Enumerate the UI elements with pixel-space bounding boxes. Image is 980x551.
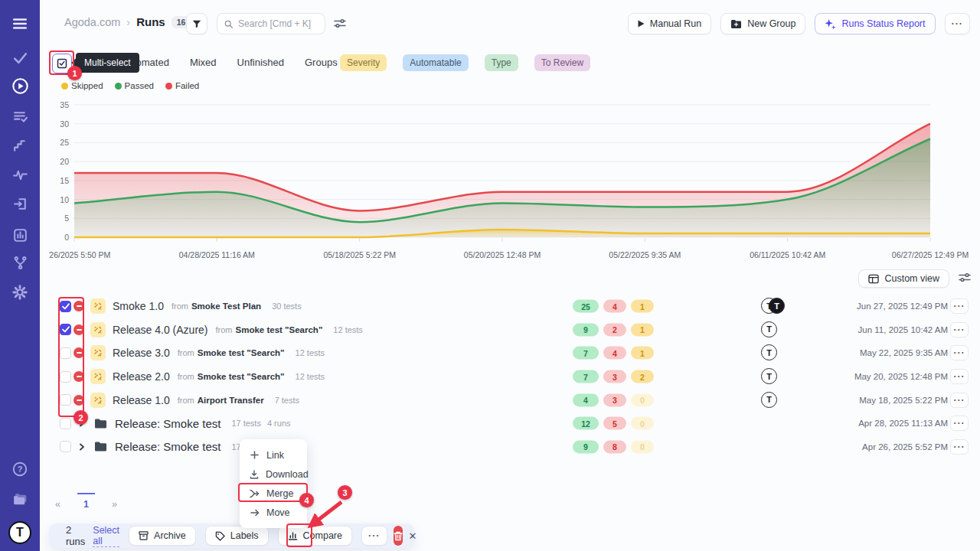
search-input[interactable] [238,18,318,29]
run-source[interactable]: Smoke test "Search" [236,325,323,334]
row-checkbox[interactable] [60,301,71,312]
row-checkbox[interactable] [60,347,71,359]
run-row[interactable]: Smoke 1.0fromSmoke Test Plan30 tests2541… [49,295,980,318]
close-action-bar-button[interactable]: ✕ [403,527,423,545]
context-menu-item-download[interactable]: Download [240,465,307,484]
pagination-next[interactable]: » [106,493,123,510]
breadcrumb-project[interactable]: Agoda.com [64,16,120,28]
new-group-button[interactable]: New Group [720,13,805,34]
run-row[interactable]: Release 2.0fromSmoke test "Search"12 tes… [49,365,980,389]
group-title[interactable]: Release: Smoke test [115,440,220,453]
filter-tab-mixed[interactable]: Mixed [190,57,217,68]
run-source[interactable]: Smoke Test Plan [191,302,261,311]
row-checkbox[interactable] [60,324,71,335]
group-row[interactable]: Release: Smoke test17 tests7 runs980Apr … [49,435,980,459]
header-more-button[interactable]: ··· [945,13,971,34]
row-more-button[interactable]: ··· [950,416,969,431]
run-type-icon [90,322,106,337]
settings-gear-icon[interactable] [0,284,40,301]
runs-status-report-button[interactable]: Runs Status Report [815,13,935,34]
avatar[interactable]: T [761,392,777,408]
filter-tab-groups[interactable]: Groups [305,57,338,68]
tests-icon[interactable] [0,50,40,66]
manual-run-button[interactable]: Manual Run [628,13,711,34]
row-more-button[interactable]: ··· [950,345,969,360]
group-title[interactable]: Release: Smoke test [115,417,220,430]
app-logo[interactable]: T [8,521,31,544]
context-menu-item-move[interactable]: Move [240,503,307,522]
run-source[interactable]: Smoke test "Search" [198,348,285,357]
analytics-icon[interactable] [0,227,40,243]
row-more-button[interactable]: ··· [950,298,969,314]
filter-tag-severity[interactable]: Severity [340,54,387,71]
archive-button[interactable]: Archive [129,526,196,546]
run-row[interactable]: Release 1.0fromAirport Transfer7 tests43… [49,388,980,412]
row-checkbox[interactable] [60,418,71,429]
row-more-button[interactable]: ··· [950,322,969,337]
row-checkbox[interactable] [60,371,71,383]
x-tick-label: 04/26/2025 5:50 PM [49,250,110,259]
custom-view-button[interactable]: Custom view [858,269,949,288]
context-menu-item-merge[interactable]: Merge [240,484,307,503]
avatar[interactable]: T [761,321,777,337]
avatar[interactable]: T [769,298,785,314]
group-row[interactable]: Release: Smoke test17 tests4 runs1250Apr… [49,412,980,435]
legend-passed[interactable]: Passed [115,81,154,90]
header-actions: Manual Run New Group Runs Status Report … [628,13,970,34]
row-more-button[interactable]: ··· [950,369,969,384]
bulk-more-button[interactable]: ··· [361,526,387,546]
run-title[interactable]: Release 2.0 [113,370,170,383]
filter-tag-automatable[interactable]: Automatable [403,54,468,71]
legend-failed[interactable]: Failed [165,81,199,90]
expand-chevron-icon[interactable] [77,419,87,428]
row-more-button[interactable]: ··· [950,439,969,455]
search-box[interactable] [217,13,325,34]
labels-button[interactable]: Labels [205,526,269,546]
view-settings-icon[interactable] [959,272,971,286]
branches-icon[interactable] [0,255,40,271]
run-tests-count: 7 tests [275,396,299,405]
delete-button[interactable] [394,526,403,546]
expand-chevron-icon[interactable] [77,442,87,452]
x-tick-label: 05/20/2025 12:48 PM [464,250,541,259]
pagination-prev[interactable]: « [49,493,67,510]
filter-tag-type[interactable]: Type [485,54,518,71]
runs-icon[interactable] [0,77,40,95]
pulse-icon[interactable] [0,167,40,183]
search-settings-icon[interactable] [334,18,346,32]
row-more-button[interactable]: ··· [950,393,969,408]
filter-tab-unfinished[interactable]: Unfinished [237,57,284,68]
y-tick-label: 15 [60,176,69,185]
select-all-link[interactable]: Select all [93,525,119,547]
run-title[interactable]: Smoke 1.0 [113,300,164,312]
menu-icon[interactable] [0,15,40,32]
projects-folders-icon[interactable] [0,491,40,508]
run-row[interactable]: Release 3.0fromSmoke test "Search"12 tes… [49,341,980,365]
run-source[interactable]: Smoke test "Search" [198,372,285,381]
run-title[interactable]: Release 3.0 [113,347,170,359]
result-badges: 1250 [573,417,654,430]
run-row[interactable]: Release 4.0 (Azure)fromSmoke test "Searc… [49,318,980,342]
avatar[interactable]: T [761,368,777,384]
run-tests-count: 12 tests [296,348,325,357]
view-bar: Custom view [858,269,971,288]
test-plans-icon[interactable] [0,109,40,125]
multi-select-button[interactable] [52,54,72,73]
row-checkbox[interactable] [60,441,71,452]
context-menu-item-link[interactable]: Link [240,445,307,465]
filter-button[interactable] [186,13,207,34]
failed-badge: 8 [603,440,626,453]
run-source[interactable]: Airport Transfer [198,396,264,405]
legend-skipped[interactable]: Skipped [61,81,103,90]
pagination-page-1[interactable]: 1 [77,493,95,510]
help-icon[interactable]: ? [0,461,40,478]
row-checkbox[interactable] [60,394,71,406]
compare-button[interactable]: Compare [278,526,352,546]
run-type-icon [90,345,106,360]
import-icon[interactable] [0,196,40,212]
run-title[interactable]: Release 1.0 [113,394,170,406]
run-title[interactable]: Release 4.0 (Azure) [113,324,208,336]
filter-tag-to-review[interactable]: To Review [534,54,590,71]
avatar[interactable]: T [761,344,777,360]
milestones-icon[interactable] [0,138,40,154]
